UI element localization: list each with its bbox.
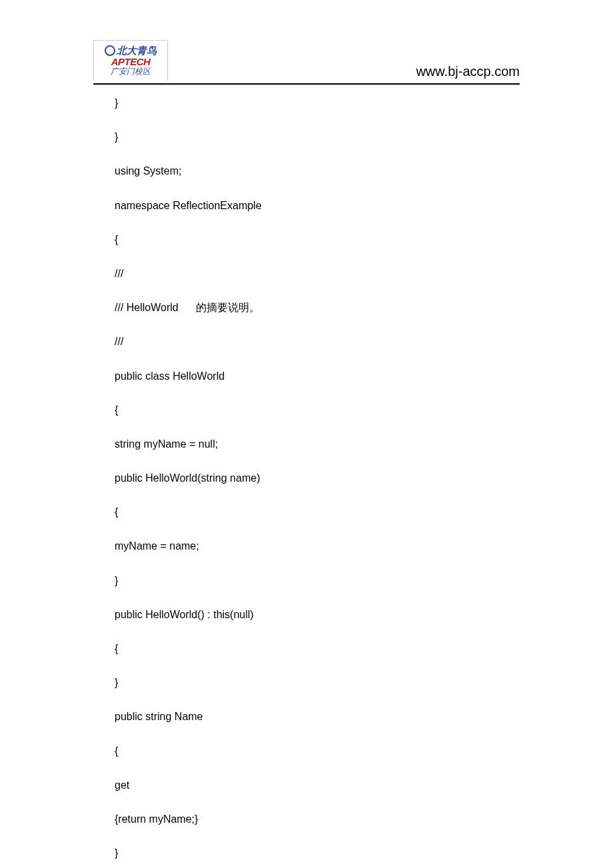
code-line: get [115, 779, 520, 791]
code-line: myName = name; [115, 540, 520, 552]
logo: 北大青鸟 APTECH 广安门校区 [93, 40, 168, 81]
code-content: } } using System; namespace ReflectionEx… [93, 97, 520, 859]
code-line: public HelloWorld(string name) [115, 472, 520, 484]
code-line: } [115, 676, 520, 689]
code-line: public string Name [115, 710, 520, 723]
page-header: 北大青鸟 APTECH 广安门校区 www.bj-accp.com [93, 40, 520, 85]
code-line: namespace ReflectionExample [115, 199, 520, 212]
logo-text-3: 广安门校区 [111, 67, 151, 76]
code-line: string myName = null; [115, 438, 520, 450]
code-line: { [115, 642, 520, 655]
code-line: public HelloWorld() : this(null) [115, 608, 520, 621]
document-page: 北大青鸟 APTECH 广安门校区 www.bj-accp.com } } us… [0, 0, 613, 868]
logo-text-2: APTECH [111, 57, 151, 67]
header-url: www.bj-accp.com [416, 64, 520, 81]
code-line: { [115, 404, 520, 416]
code-line: { [115, 233, 520, 246]
code-line: using System; [115, 165, 520, 177]
code-line: /// [115, 267, 520, 280]
code-line: /// [115, 335, 520, 348]
code-line: } [115, 97, 520, 109]
code-line: { [115, 745, 520, 757]
logo-text-1: 北大青鸟 [105, 45, 157, 57]
code-line: { [115, 506, 520, 518]
code-line: public class HelloWorld [115, 370, 520, 382]
code-line: } [115, 131, 520, 143]
code-line: /// HelloWorld 的摘要说明。 [115, 301, 520, 314]
code-line: {return myName;} [115, 813, 520, 825]
code-line: } [115, 574, 520, 587]
code-line: } [115, 847, 520, 859]
